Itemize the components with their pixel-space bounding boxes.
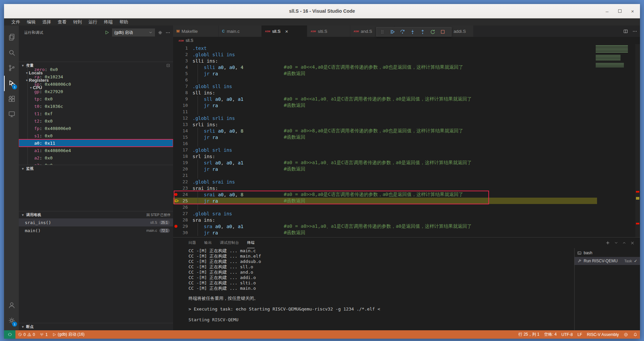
- debug-status[interactable]: (gdb) 启动 (16): [50, 330, 87, 339]
- code-line-17[interactable]: 17.globl srl_ins: [173, 147, 640, 153]
- split-editor-icon[interactable]: [623, 29, 628, 34]
- drag-handle-button[interactable]: [378, 28, 387, 36]
- code-line-15[interactable]: 15 jr ra#函数返回: [173, 134, 640, 140]
- menu-item-查看[interactable]: 查看: [54, 18, 70, 25]
- code-line-1[interactable]: 1.text: [173, 45, 640, 51]
- register-row-t2[interactable]: t2: 0x0: [19, 117, 173, 125]
- register-row-fp[interactable]: fp: 0x408006e0: [19, 125, 173, 132]
- activity-run-debug-icon[interactable]: 1: [4, 76, 19, 91]
- eol-type[interactable]: LF: [575, 332, 585, 337]
- ports-indicator[interactable]: 1: [37, 330, 50, 339]
- activity-explorer-icon[interactable]: [4, 29, 19, 45]
- breakpoints-section-header[interactable]: ▾ 断点: [19, 323, 173, 330]
- code-line-29[interactable]: 29 sra a0, a0, a1#a0 = a0>>a1,a0、a1是C语言调…: [173, 223, 640, 229]
- launch-config-dropdown[interactable]: (gdb) 启动: [112, 28, 155, 37]
- maximize-button[interactable]: [617, 8, 623, 14]
- bell-icon[interactable]: [631, 332, 640, 337]
- register-row-zero[interactable]: zero: 0x0: [19, 66, 173, 73]
- code-line-5[interactable]: 5 jr ra#函数返回: [173, 70, 640, 77]
- breakpoint-icon[interactable]: [174, 225, 177, 228]
- panel-tab-终端[interactable]: 终端: [247, 237, 255, 248]
- more-actions-icon[interactable]: [632, 29, 637, 34]
- activity-search-icon[interactable]: [4, 45, 19, 60]
- code-line-8[interactable]: 8sll_ins:: [173, 89, 640, 96]
- register-row-t0[interactable]: t0: 0x1036c: [19, 103, 173, 110]
- code-line-16[interactable]: 16: [173, 140, 640, 147]
- session-bash[interactable]: bash: [575, 249, 640, 257]
- menu-item-运行[interactable]: 运行: [85, 18, 101, 25]
- session-Run RISCV-QEMU[interactable]: Run RISCV-QEMUTask✓: [575, 257, 640, 265]
- step-over-button[interactable]: [398, 28, 407, 36]
- panel-tab-调试控制台[interactable]: 调试控制台: [220, 237, 239, 248]
- gear-icon[interactable]: [158, 30, 163, 35]
- code-line-14[interactable]: 14 srli a0, a0, 8#a0 = a0>>8,a0是C语言调用者传递…: [173, 128, 640, 134]
- stack-frame[interactable]: srai_ins()sll.S25:1: [19, 218, 173, 226]
- code-line-3[interactable]: 3slli_ins:: [173, 58, 640, 64]
- code-line-7[interactable]: 7.globl sll_ins: [173, 83, 640, 89]
- menu-item-编辑[interactable]: 编辑: [23, 18, 39, 25]
- code-line-21[interactable]: 21: [173, 172, 640, 179]
- panel-tab-输出[interactable]: 输出: [204, 237, 212, 248]
- code-line-27[interactable]: 27.globl sra_ins: [173, 210, 640, 217]
- activity-extensions-icon[interactable]: [4, 91, 19, 107]
- code-line-28[interactable]: 28sra_ins:: [173, 217, 640, 223]
- code-line-13[interactable]: 13srli_ins:: [173, 121, 640, 128]
- code-line-2[interactable]: 2.globl slli_ins: [173, 51, 640, 58]
- activity-source-control-icon[interactable]: [4, 60, 19, 76]
- continue-button[interactable]: [388, 28, 397, 36]
- close-button[interactable]: ×: [630, 8, 635, 14]
- menu-item-转到[interactable]: 转到: [70, 18, 85, 25]
- code-line-25[interactable]: 25 jr ra#函数返回: [173, 198, 640, 204]
- panel-tab-问题[interactable]: 问题: [189, 237, 196, 248]
- code-line-23[interactable]: 23srai_ins:: [173, 185, 640, 191]
- menu-item-文件[interactable]: 文件: [8, 18, 23, 25]
- code-line-19[interactable]: 19 srl a0, a0, a1#a0 = a0>>a1,a0、a1是C语言调…: [173, 159, 640, 166]
- register-row-t1[interactable]: t1: 0xf: [19, 110, 173, 117]
- terminal-output[interactable]: CC -[M] 正在构建 ... main.cCC -[M] 正在构建 ... …: [189, 248, 573, 330]
- breakpoint-icon[interactable]: [174, 193, 177, 196]
- activity-remote-explorer-icon[interactable]: [4, 107, 19, 122]
- register-row-ra[interactable]: ra: 0x10234: [19, 73, 173, 80]
- start-debug-icon[interactable]: [105, 30, 109, 35]
- code-line-22[interactable]: 22.globl srai_ins: [173, 179, 640, 185]
- stack-frame[interactable]: main()main.c72:1: [19, 226, 173, 234]
- cursor-position[interactable]: 行 25，列 1: [516, 332, 542, 337]
- stop-button[interactable]: [438, 28, 447, 36]
- indentation[interactable]: 空格: 4: [542, 332, 559, 337]
- call-stack-section-header[interactable]: ▾ 调用堆栈 因 STEP 已暂停: [19, 211, 173, 218]
- menu-item-帮助[interactable]: 帮助: [116, 18, 131, 25]
- close-icon[interactable]: ×: [285, 28, 288, 34]
- step-into-button[interactable]: [408, 28, 417, 36]
- register-row-a1[interactable]: a1: 0x408006e4: [19, 147, 173, 154]
- more-actions-icon[interactable]: [165, 30, 170, 35]
- remote-indicator[interactable]: [4, 330, 15, 339]
- problems-indicator[interactable]: 0 0: [15, 330, 37, 339]
- tab-slti.S[interactable]: ASMslti.S: [307, 25, 350, 37]
- code-line-24[interactable]: 24 srai a0, a0, 8#a0 = a0>>8,a0是C语言调用者传递…: [173, 191, 640, 198]
- register-row-tp[interactable]: tp: 0x0: [19, 95, 173, 103]
- register-row-a0[interactable]: a0: 0x11: [19, 139, 173, 147]
- code-line-18[interactable]: 18srl_ins:: [173, 153, 640, 159]
- code-editor[interactable]: 1.text2.globl slli_ins3slli_ins:4 slli a…: [173, 44, 640, 237]
- restart-button[interactable]: [428, 28, 437, 36]
- tab-sll.S[interactable]: ASMsll.S×: [262, 25, 307, 37]
- code-line-26[interactable]: 26: [173, 204, 640, 210]
- register-row-a2[interactable]: a2: 0x0: [19, 154, 173, 161]
- maximize-panel-icon[interactable]: [622, 241, 626, 245]
- watch-section-header[interactable]: ▾ 监视: [19, 165, 173, 172]
- activity-settings-gear-icon[interactable]: 1: [4, 313, 19, 328]
- code-line-6[interactable]: 6: [173, 77, 640, 83]
- breadcrumb[interactable]: ASM sll.S: [173, 37, 640, 44]
- code-line-4[interactable]: 4 slli a0, a0, 4#a0 = a0<<4,a0是C语言调用者传递的…: [173, 64, 640, 70]
- editor-scrollbar[interactable]: [635, 44, 640, 237]
- step-out-button[interactable]: [418, 28, 427, 36]
- activity-account-icon[interactable]: [4, 297, 19, 313]
- menu-item-选择[interactable]: 选择: [39, 18, 54, 25]
- minimap[interactable]: [596, 45, 633, 67]
- register-row-s1[interactable]: s1: 0x0: [19, 132, 173, 139]
- language-mode[interactable]: RISC-V Assembly: [585, 332, 621, 337]
- feedback-icon[interactable]: [621, 332, 631, 337]
- code-line-11[interactable]: 11: [173, 109, 640, 115]
- code-line-30[interactable]: 30 jr ra#函数返回: [173, 229, 640, 236]
- register-row-sp[interactable]: sp: 0x408006c0: [19, 80, 173, 88]
